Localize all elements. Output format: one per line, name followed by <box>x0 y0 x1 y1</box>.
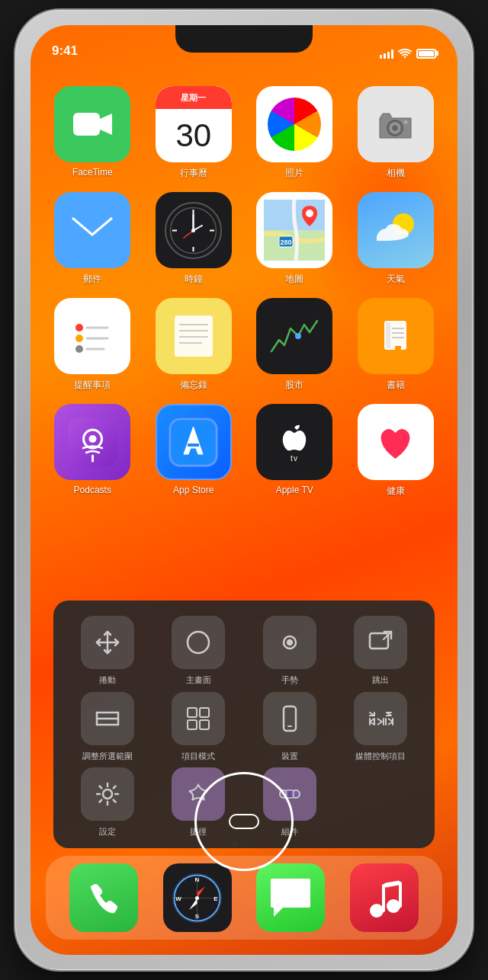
home-button-inner <box>229 814 259 829</box>
calendar-label: 行事曆 <box>180 167 207 180</box>
assistive-media[interactable]: 媒體控制項目 <box>339 692 424 761</box>
photos-label: 照片 <box>285 167 303 180</box>
svg-point-61 <box>387 899 400 913</box>
svg-rect-22 <box>66 309 119 363</box>
home-icon <box>185 629 212 656</box>
assistive-device[interactable]: 裝置 <box>247 692 332 761</box>
mail-icon <box>54 192 130 268</box>
app-reminders[interactable]: 提醒事項 <box>46 298 140 392</box>
assistive-scroll-icon-wrap <box>81 616 134 669</box>
app-photos[interactable]: 照片 <box>248 86 342 180</box>
dock-safari[interactable]: N S E W <box>163 863 232 932</box>
phone-frame: 9:41 <box>15 10 473 970</box>
assistive-quit[interactable]: 跳出 <box>339 616 424 685</box>
weather-label: 天氣 <box>387 273 405 286</box>
app-maps[interactable]: 280 地圖 <box>248 192 342 286</box>
svg-point-60 <box>370 904 384 918</box>
svg-text:tv: tv <box>291 454 298 463</box>
weather-icon <box>358 192 434 268</box>
svg-point-24 <box>75 335 83 342</box>
assistive-adjust[interactable]: 調整所選範圍 <box>65 692 150 761</box>
clock-label: 時鐘 <box>185 273 203 286</box>
safari-icon: N S E W <box>163 863 232 932</box>
assistive-media-icon-wrap <box>354 692 407 745</box>
svg-rect-80 <box>200 708 209 717</box>
assistive-gesture[interactable]: 手勢 <box>247 616 332 685</box>
svg-point-89 <box>103 789 112 799</box>
app-books[interactable]: 書籍 <box>349 298 443 392</box>
svg-text:W: W <box>175 895 181 902</box>
assistive-home-button[interactable] <box>194 772 294 871</box>
reminders-label: 提醒事項 <box>74 379 111 392</box>
app-weather[interactable]: 天氣 <box>349 192 443 286</box>
assistive-item-mode[interactable]: 項目模式 <box>156 692 242 761</box>
dock-phone[interactable] <box>69 863 138 932</box>
signal-bar-4 <box>391 50 393 59</box>
assistive-settings[interactable]: 設定 <box>65 767 150 837</box>
music-icon <box>350 863 419 932</box>
svg-point-18 <box>306 210 313 217</box>
app-stocks[interactable]: 股市 <box>248 298 342 392</box>
svg-point-44 <box>88 435 96 443</box>
dock-music[interactable] <box>350 863 419 932</box>
phone-screen: 9:41 <box>30 25 458 955</box>
dock-messages[interactable] <box>256 863 325 932</box>
appletv-label: Apple TV <box>276 485 313 495</box>
svg-text:S: S <box>195 913 200 920</box>
assistive-settings-icon-wrap <box>81 767 134 821</box>
facetime-label: FaceTime <box>72 167 113 178</box>
app-appstore[interactable]: App Store <box>147 404 241 498</box>
assistive-adjust-icon-wrap <box>81 692 134 745</box>
svg-rect-82 <box>200 720 209 729</box>
appstore-icon <box>156 404 232 480</box>
signal-bar-2 <box>384 53 386 59</box>
app-mail[interactable]: 郵件 <box>46 192 140 286</box>
assistive-device-label: 裝置 <box>281 751 298 761</box>
svg-rect-0 <box>73 113 100 136</box>
calendar-day: 30 <box>175 120 211 152</box>
signal-bar-3 <box>387 52 390 59</box>
reminders-icon <box>54 298 130 374</box>
app-camera[interactable]: 相機 <box>349 86 443 180</box>
assistive-gesture-icon-wrap <box>263 616 316 669</box>
status-time: 9:41 <box>52 43 78 59</box>
assistive-gesture-label: 手勢 <box>281 675 298 685</box>
calendar-top: 星期一 <box>156 86 232 109</box>
assistive-media-label: 媒體控制項目 <box>355 751 406 761</box>
adjust-icon <box>94 705 121 732</box>
maps-icon: 280 <box>256 192 332 268</box>
books-label: 書籍 <box>387 379 405 392</box>
app-appletv[interactable]: tv Apple TV <box>248 404 342 498</box>
stocks-label: 股市 <box>285 379 303 392</box>
assistive-empty <box>339 767 424 837</box>
app-clock[interactable]: 時鐘 <box>147 192 241 286</box>
svg-point-3 <box>392 125 398 131</box>
mail-label: 郵件 <box>83 273 101 286</box>
media-icon <box>367 705 394 732</box>
app-health[interactable]: 健康 <box>349 404 443 498</box>
app-calendar[interactable]: 星期一 30 行事曆 <box>147 86 241 180</box>
assistive-home[interactable]: 主畫面 <box>156 616 242 685</box>
assistive-scroll[interactable]: 捲動 <box>65 616 150 685</box>
camera-label: 相機 <box>387 167 405 180</box>
signal-icon <box>380 48 393 59</box>
app-notes[interactable]: 備忘錄 <box>147 298 241 392</box>
app-grid: FaceTime 星期一 30 行事曆 <box>46 78 442 505</box>
svg-point-23 <box>75 324 83 331</box>
svg-rect-79 <box>188 708 197 717</box>
battery-icon <box>416 49 436 59</box>
status-icons <box>380 48 436 59</box>
svg-rect-81 <box>188 720 197 729</box>
scroll-icon <box>94 629 121 656</box>
books-icon <box>358 298 434 374</box>
app-facetime[interactable]: FaceTime <box>46 86 140 180</box>
wifi-icon <box>398 48 412 59</box>
calendar-icon: 星期一 30 <box>156 86 232 162</box>
svg-rect-83 <box>284 706 296 731</box>
assistive-touch-panel[interactable]: 捲動 主畫面 <box>53 600 435 848</box>
assistive-adjust-label: 調整所選範圍 <box>82 751 133 761</box>
app-podcasts[interactable]: Podcasts <box>46 404 140 498</box>
svg-point-55 <box>195 896 199 900</box>
appstore-label: App Store <box>173 485 214 495</box>
assistive-quit-icon-wrap <box>354 616 407 669</box>
